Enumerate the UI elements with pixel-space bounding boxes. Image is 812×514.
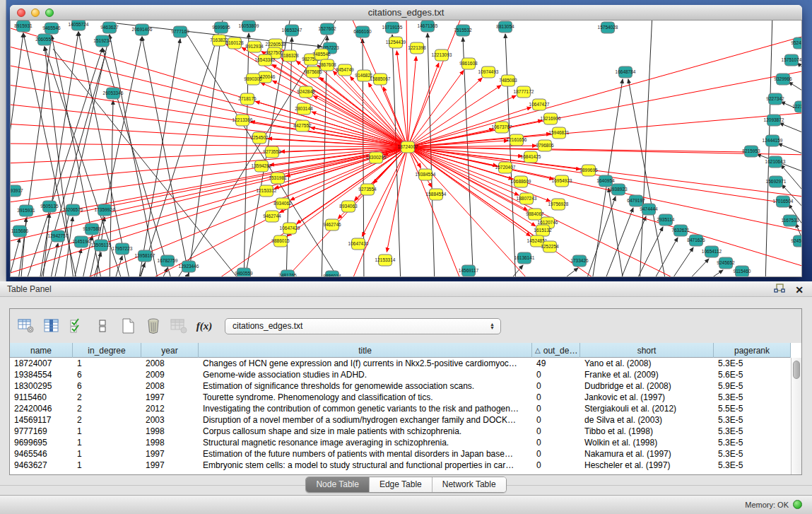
graph-node[interactable]: 8186328 [281, 50, 299, 62]
citation-edge-black[interactable] [322, 36, 327, 277]
scrollbar-thumb[interactable] [793, 361, 800, 379]
graph-node[interactable]: 9899695 [579, 165, 598, 176]
table-row[interactable]: 1456911722003Disruption of a novel membe… [10, 414, 791, 426]
graph-node[interactable]: 16841425 [521, 151, 541, 163]
graph-node[interactable]: 11254439 [386, 37, 406, 48]
network-window-titlebar[interactable]: citations_edges.txt [10, 5, 802, 21]
table-cell[interactable]: 18724007 [10, 358, 73, 369]
graph-node[interactable]: 9886014 [323, 271, 341, 277]
graph-node[interactable]: 7485083 [499, 75, 517, 86]
graph-node[interactable]: 1221039 [792, 101, 801, 112]
table-row[interactable]: 1938455462009Genome-wide association stu… [10, 369, 791, 380]
table-cell[interactable]: Nakamura et al. (1997) [580, 448, 714, 460]
citation-edge-red[interactable] [67, 147, 408, 277]
table-cell[interactable]: 0 [532, 460, 580, 471]
graph-node[interactable]: 9465546 [42, 23, 61, 34]
table-cell[interactable]: 9699695 [10, 437, 73, 448]
tab-network-table[interactable]: Network Table [433, 477, 506, 492]
graph-node[interactable]: 12444159 [763, 135, 783, 146]
table-cell[interactable]: 6 [73, 380, 141, 392]
table-cell[interactable]: 5.3E-5 [714, 460, 791, 471]
citation-edge-black[interactable] [138, 21, 223, 277]
citation-edge-black[interactable] [138, 39, 180, 277]
table-cell[interactable]: 5.6E-5 [714, 369, 791, 380]
table-cell[interactable]: Genome-wide association studies in ADHD. [199, 369, 532, 380]
graph-node[interactable]: 9875685 [304, 66, 322, 78]
graph-node[interactable]: 9197588 [83, 223, 101, 235]
graph-node[interactable]: 1527602 [318, 23, 336, 35]
graph-node[interactable]: 10647427 [529, 99, 550, 110]
table-row[interactable]: 969969511998Structural magnetic resonanc… [10, 437, 791, 448]
graph-node[interactable]: 2060550 [35, 34, 54, 45]
graph-node[interactable]: 8427552 [293, 120, 312, 132]
graph-node[interactable]: 9227342 [766, 93, 784, 105]
table-cell[interactable]: Embryonic stem cells: a model to study s… [199, 460, 532, 471]
graph-node[interactable]: 8934062 [273, 198, 292, 209]
graph-node[interactable]: 9462744 [263, 211, 281, 222]
table-selector-dropdown[interactable]: citations_edges.txt ▲▼ [225, 318, 501, 334]
table-cell[interactable]: Corpus callosum shape and size in male p… [199, 426, 532, 437]
table-cell[interactable]: Changes of HCN gene expression and I(f) … [199, 358, 532, 369]
graph-node[interactable]: 8454749 [336, 64, 354, 76]
table-cell[interactable]: 2 [73, 403, 141, 414]
citation-edge-black[interactable] [463, 37, 473, 277]
graph-node[interactable]: 9462746 [323, 219, 341, 230]
graph-node[interactable]: 1167533 [782, 215, 799, 226]
table-cell[interactable]: 1 [73, 448, 141, 460]
citation-edge-black[interactable] [555, 268, 578, 277]
table-cell[interactable]: Investigating the contribution of common… [199, 403, 532, 414]
table-cell[interactable]: 2012 [141, 403, 199, 414]
table-cell[interactable]: 2 [73, 414, 141, 426]
table-cell[interactable]: Dudbridge et al. (2008) [580, 380, 714, 392]
citation-edge-black[interactable] [634, 227, 663, 277]
citation-edge-black[interactable] [608, 188, 624, 277]
table-cell[interactable]: 9777169 [10, 426, 73, 437]
column-header-name[interactable]: name [10, 343, 73, 358]
graph-node[interactable]: 14671365 [418, 21, 438, 32]
citation-edge-black[interactable] [603, 208, 633, 277]
table-cell[interactable]: de Silva et al. (2003) [580, 414, 714, 426]
citation-edge-black[interactable] [73, 249, 81, 277]
table-cell[interactable]: Disruption of a novel member of a sodium… [199, 414, 532, 426]
table-cell[interactable]: 0 [532, 380, 580, 392]
table-cell[interactable]: 49 [532, 358, 580, 369]
citation-edge-black[interactable] [778, 144, 801, 155]
citation-edge-red[interactable] [11, 147, 408, 203]
graph-node[interactable]: 8912934 [245, 41, 264, 52]
citation-edge-black[interactable] [42, 214, 49, 277]
graph-node[interactable]: 18777172 [514, 86, 534, 98]
table-row[interactable]: 2242004622012Investigating the contribut… [10, 403, 791, 414]
citation-edge-black[interactable] [789, 82, 801, 93]
table-row[interactable]: 946554611997Estimation of the future num… [10, 448, 791, 460]
citation-edge-black[interactable] [668, 247, 693, 277]
graph-node[interactable]: 8934063 [339, 201, 358, 212]
graph-node[interactable]: 13216906 [541, 113, 561, 124]
table-cell[interactable]: 19384554 [10, 369, 73, 380]
table-cell[interactable]: 1 [73, 460, 141, 471]
table-cell[interactable]: 0 [532, 414, 580, 426]
graph-node[interactable]: 9861608 [459, 58, 478, 69]
function-builder-icon[interactable]: f(x) [195, 317, 213, 335]
column-visibility-icon[interactable] [42, 317, 61, 335]
graph-node[interactable]: 9273553 [263, 146, 281, 158]
graph-node[interactable]: 12213366 [233, 115, 253, 126]
graph-node[interactable]: 9886015 [271, 235, 290, 247]
table-row[interactable]: 1872400712008Changes of HCN gene express… [10, 358, 791, 369]
table-cell[interactable]: Wolkin et al. (1998) [580, 437, 714, 448]
graph-node[interactable]: 1145194 [73, 236, 90, 247]
graph-node[interactable]: 9699695 [212, 22, 230, 33]
citation-edge-red[interactable] [11, 45, 408, 147]
table-cell[interactable]: Jankovic et al. (1997) [580, 392, 714, 403]
tab-node-table[interactable]: Node Table [306, 477, 370, 492]
table-cell[interactable]: 9463627 [10, 460, 73, 471]
column-header-title[interactable]: title [199, 343, 532, 358]
citation-edge-black[interactable] [45, 47, 74, 277]
graph-node[interactable]: 13594282 [252, 160, 272, 172]
table-settings-icon[interactable] [17, 317, 35, 335]
graph-node[interactable]: 10688609 [511, 176, 531, 187]
graph-node[interactable]: 1519234 [93, 35, 112, 47]
table-cell[interactable]: Franke et al. (2009) [580, 369, 714, 380]
table-cell[interactable]: 5.5E-5 [714, 403, 791, 414]
graph-node[interactable]: 9245012 [791, 235, 801, 247]
citation-edge-black[interactable] [628, 79, 666, 277]
